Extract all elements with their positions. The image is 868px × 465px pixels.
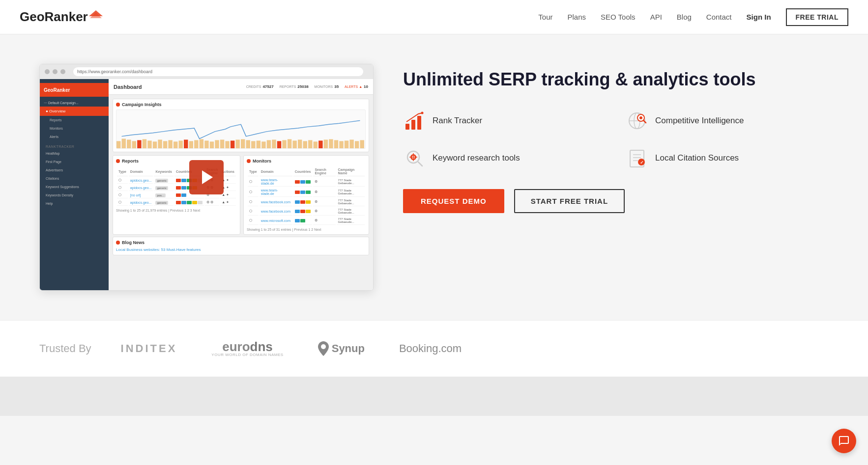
svg-rect-36 (292, 140, 296, 148)
dashboard-preview: https://www.georanker.com/dashboard GeoR… (39, 64, 374, 291)
table-row: ⬡ www.microsoft.com ⚙ 777 Stade Gebaeude… (248, 217, 365, 225)
sidebar-item-keyword-suggestions: Keyword Suggestions (40, 183, 109, 191)
svg-rect-46 (345, 140, 348, 148)
svg-rect-42 (324, 139, 328, 148)
request-demo-button[interactable]: REQUEST DEMO (403, 189, 504, 213)
logo-chevron-icon (89, 10, 104, 20)
keyword-research-label: Keyword research tools (433, 153, 520, 163)
trusted-section: Trusted By INDITEX eurodns YOUR WORLD OF… (0, 320, 868, 377)
svg-rect-2 (116, 141, 120, 148)
nav-seo-tools[interactable]: SEO Tools (601, 13, 636, 21)
site-logo[interactable]: GeoRanker (20, 9, 104, 25)
browser-dot-max (60, 69, 65, 74)
competitive-intelligence-label: Competitive Intelligence (655, 116, 744, 126)
feature-competitive-intelligence: Competitive Intelligence (626, 109, 829, 132)
svg-rect-19 (204, 140, 208, 148)
nav-api[interactable]: API (650, 13, 662, 21)
svg-rect-49 (360, 140, 364, 148)
svg-rect-15 (184, 139, 188, 148)
svg-rect-22 (220, 139, 224, 148)
monitors-table: Type Domain Countries Search Engine Camp… (247, 166, 366, 226)
svg-rect-28 (251, 141, 255, 148)
svg-rect-33 (277, 141, 281, 148)
sidebar-item-firstpage: First Page (40, 158, 109, 166)
blog-news-item: Local Business websites: 53 Must-Have fe… (116, 247, 366, 252)
brand-inditex: INDITEX (121, 342, 177, 355)
sidebar-logo: GeoRanker (44, 87, 70, 93)
svg-rect-5 (132, 141, 136, 148)
feature-local-citation: ✓ Local Citation Sources (626, 147, 829, 169)
svg-line-61 (418, 162, 422, 166)
svg-point-53 (421, 112, 424, 114)
campaign-insights-card: Campaign Insights (113, 99, 369, 152)
svg-rect-18 (200, 139, 203, 148)
sidebar-item-alerts: Alerts (40, 133, 109, 141)
local-citation-icon: ✓ (626, 147, 648, 169)
start-trial-button[interactable]: START FREE TRIAL (514, 189, 625, 213)
svg-rect-6 (137, 140, 141, 148)
svg-rect-40 (314, 141, 318, 148)
play-button[interactable] (189, 160, 224, 194)
svg-rect-16 (189, 141, 193, 148)
rank-tracker-label: Rank Tracker (433, 116, 482, 126)
hero-buttons: REQUEST DEMO START FREE TRIAL (403, 189, 829, 213)
sidebar-item-overview: ● Overview (40, 107, 109, 116)
sidebar-item-citations: Citations (40, 174, 109, 183)
svg-rect-32 (272, 139, 276, 148)
free-trial-button[interactable]: FREE TRIAL (786, 8, 848, 26)
sidebar-item-advertisers: Advertisers (40, 166, 109, 174)
monitors-title: Monitors (247, 159, 366, 164)
svg-text:✓: ✓ (640, 160, 644, 165)
svg-rect-45 (339, 141, 343, 148)
table-row: ⬡ www.team-stade.de ⚙ 777 Stade Gebaeude… (248, 177, 365, 187)
synup-pin-icon (318, 341, 329, 356)
address-text: https://www.georanker.com/dashboard (77, 69, 152, 74)
svg-rect-7 (143, 139, 146, 148)
svg-rect-38 (303, 141, 307, 148)
svg-rect-13 (174, 141, 177, 148)
signin-link[interactable]: Sign In (747, 13, 771, 21)
sidebar-item-reports: Reports (40, 116, 109, 124)
dash-stats: CREDITS 47527 REPORTS 25038 MONITORS 35 (246, 84, 368, 89)
dash-topbar: Dashboard CREDITS 47527 REPORTS 25038 MO… (109, 79, 373, 95)
stat-alerts: ALERTS ▲ 10 (345, 84, 368, 89)
table-row: ⬡ www.team-stade.de ⚙ 777 Stade Gebaeude… (248, 188, 365, 197)
nav-blog[interactable]: Blog (677, 13, 692, 21)
svg-rect-21 (215, 140, 219, 148)
svg-rect-35 (288, 139, 291, 148)
chart-svg (116, 110, 365, 148)
svg-rect-23 (225, 141, 229, 148)
svg-rect-50 (405, 124, 409, 130)
dash-content: Campaign Insights (109, 95, 373, 259)
browser-dot-min (53, 69, 58, 74)
nav-tour[interactable]: Tour (538, 13, 552, 21)
navbar: GeoRanker Tour Plans SEO Tools API Blog … (0, 0, 868, 34)
dash-sidebar: GeoRanker ⋯ Default Campaign... ● Overvi… (40, 79, 109, 290)
feature-rank-tracker: Rank Tracker (403, 109, 606, 132)
nav-plans[interactable]: Plans (568, 13, 586, 21)
monitors-pagination: Showing 1 to 25 of 31 entries | Previous… (247, 228, 366, 231)
svg-rect-47 (349, 139, 353, 148)
features-grid: Rank Tracker Competitive Intelligence (403, 109, 829, 169)
dash-sidebar-header: GeoRanker (40, 83, 109, 97)
svg-rect-3 (122, 139, 126, 149)
competitive-intelligence-icon (626, 109, 648, 132)
brand-booking: Booking.com (399, 342, 462, 355)
feature-keyword-research: Keyword research tools (403, 147, 606, 169)
hero-title: Unlimited SERP tracking & analytics tool… (403, 69, 829, 90)
reports-pagination: Showing 1 to 25 of 21,979 entries | Prev… (116, 209, 237, 212)
table-row: ⬡ apidocs.geo... generic ⚙ ⚙ ▲ ✦ (117, 199, 236, 206)
svg-rect-14 (179, 140, 183, 148)
svg-point-72 (321, 344, 326, 349)
table-row: ⬡ www.facebook.com ⚙ 777 Stade Gebaeude.… (248, 207, 365, 216)
trusted-logos: INDITEX eurodns YOUR WORLD OF DOMAIN NAM… (121, 340, 829, 357)
svg-line-59 (643, 120, 646, 123)
dash-main: Dashboard CREDITS 47527 REPORTS 25038 MO… (109, 79, 373, 290)
svg-rect-9 (153, 141, 157, 148)
trusted-label: Trusted By (39, 342, 91, 355)
svg-rect-12 (168, 140, 172, 148)
keyword-research-icon (403, 147, 426, 169)
campaign-insights-title: Campaign Insights (116, 102, 366, 107)
nav-contact[interactable]: Contact (706, 13, 732, 21)
local-citation-label: Local Citation Sources (655, 153, 739, 163)
